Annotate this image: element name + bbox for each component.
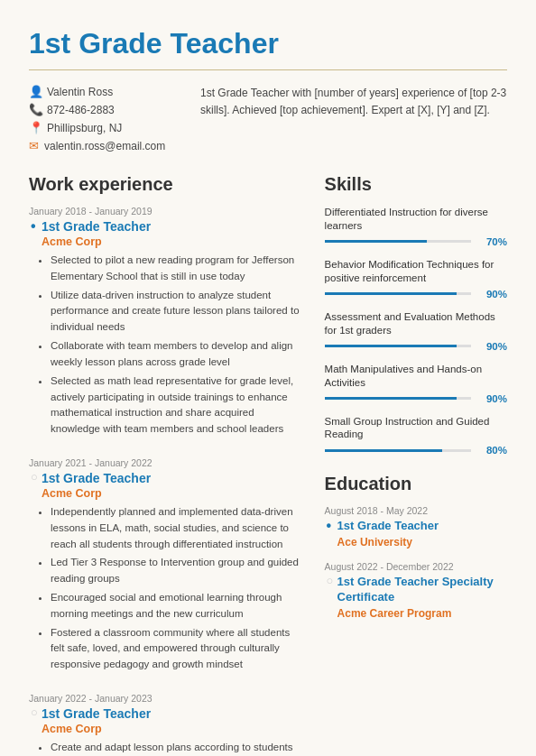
bullet-item: Fostered a classroom community where all… [51,625,303,673]
work-entry: January 2018 - January 2019 1st Grade Te… [29,206,303,438]
education-section: Education August 2018 - May 2022 1st Gra… [325,474,507,620]
skills-section-title: Skills [325,174,507,195]
contact-email: ✉ valentin.ross@email.com [29,139,164,152]
skill-bar-fill [325,397,457,400]
entry-company: Acme Corp [29,487,303,500]
skill-bar-bg [325,449,471,452]
bullet-item: Create and adapt lesson plans according … [51,740,303,756]
phone-icon: 📞 [29,103,42,116]
edu-date: August 2018 - May 2022 [325,505,507,516]
bullet-item: Collaborate with team members to develop… [51,338,303,371]
entry-company: Acme Corp [29,723,303,735]
entry-company: Acme Corp [29,235,303,248]
skill-bar-bg [325,292,471,295]
main-content: Work experience January 2018 - January 2… [29,174,507,756]
skill-percent: 90% [478,393,507,404]
work-section-title: Work experience [29,174,303,195]
entry-bullets-list: Create and adapt lesson plans according … [29,740,303,756]
skill-bar-fill [325,449,442,452]
skill-label: Assessment and Evaluation Methods for 1s… [325,310,507,337]
skill-percent: 90% [478,289,507,300]
skill-bar-row: 80% [325,445,507,456]
skill-bar-bg [325,345,471,347]
bullet-item: Encouraged social and emotional learning… [51,590,303,622]
contact-phone: 📞 872-486-2883 [29,103,164,116]
contact-details: 👤 Valentin Ross 📞 872-486-2883 📍 Phillip… [29,85,164,152]
bullet-item: Selected to pilot a new reading program … [51,253,303,285]
contact-section: 👤 Valentin Ross 📞 872-486-2883 📍 Phillip… [29,85,507,152]
right-column: Skills Differentiated Instruction for di… [325,174,507,756]
edu-title: 1st Grade Teacher Specialty Certificate [325,575,507,605]
work-entry: January 2022 - January 2023 1st Grade Te… [29,693,303,756]
location-icon: 📍 [29,121,42,134]
skill-bar-fill [325,240,428,243]
resume-page: 1st Grade Teacher 👤 Valentin Ross 📞 872-… [0,0,536,756]
edu-entry: August 2018 - May 2022 1st Grade Teacher… [325,505,507,549]
contact-summary: 1st Grade Teacher with [number of years]… [200,85,507,152]
skill-bar-row: 90% [325,341,507,352]
skill-percent: 80% [478,445,507,456]
bullet-item: Utilize data-driven instruction to analy… [51,288,303,336]
entry-job-title: 1st Grade Teacher [29,219,303,234]
skill-bar-row: 90% [325,289,507,300]
skill-bar-bg [325,397,471,400]
entry-date: January 2021 - January 2022 [29,457,303,468]
skill-percent: 70% [478,236,507,247]
entry-date: January 2022 - January 2023 [29,693,303,704]
page-title: 1st Grade Teacher [29,27,507,60]
entry-bullets-list: Independently planned and implemented da… [29,504,303,673]
skill-label: Math Manipulatives and Hands-on Activiti… [325,363,507,390]
skill-item: Behavior Modification Techniques for pos… [325,258,507,300]
work-entry: January 2021 - January 2022 1st Grade Te… [29,457,303,673]
bullet-item: Selected as math lead representative for… [51,373,303,438]
entry-date: January 2018 - January 2019 [29,206,303,217]
skill-item: Small Group Instruction and Guided Readi… [325,415,507,456]
contact-name: 👤 Valentin Ross [29,85,164,98]
skill-item: Math Manipulatives and Hands-on Activiti… [325,363,507,404]
skill-item: Assessment and Evaluation Methods for 1s… [325,310,507,352]
edu-entry: August 2022 - December 2022 1st Grade Te… [325,561,507,620]
email-icon: ✉ [29,139,39,152]
skill-percent: 90% [478,341,507,352]
entry-job-title: 1st Grade Teacher [29,471,303,485]
edu-org: Acme Career Program [325,607,507,620]
skill-label: Differentiated Instruction for diverse l… [325,206,507,233]
skill-bar-bg [325,240,471,243]
entry-job-title: 1st Grade Teacher [29,706,303,721]
header-divider [29,69,507,70]
skill-bar-fill [325,292,457,295]
edu-title: 1st Grade Teacher [325,519,507,534]
edu-date: August 2022 - December 2022 [325,561,507,572]
edu-org: Ace University [325,536,507,549]
person-icon: 👤 [29,85,42,98]
skill-bar-fill [325,345,457,347]
skill-label: Small Group Instruction and Guided Readi… [325,415,507,442]
skill-label: Behavior Modification Techniques for pos… [325,258,507,285]
skill-bar-row: 90% [325,393,507,404]
skill-bar-row: 70% [325,236,507,247]
education-section-title: Education [325,474,507,494]
bullet-item: Independently planned and implemented da… [51,504,303,552]
entry-bullets-list: Selected to pilot a new reading program … [29,253,303,438]
contact-location: 📍 Phillipsburg, NJ [29,121,164,134]
bullet-item: Led Tier 3 Response to Intervention grou… [51,555,303,587]
skill-item: Differentiated Instruction for diverse l… [325,206,507,247]
work-experience-section: Work experience January 2018 - January 2… [29,174,303,756]
